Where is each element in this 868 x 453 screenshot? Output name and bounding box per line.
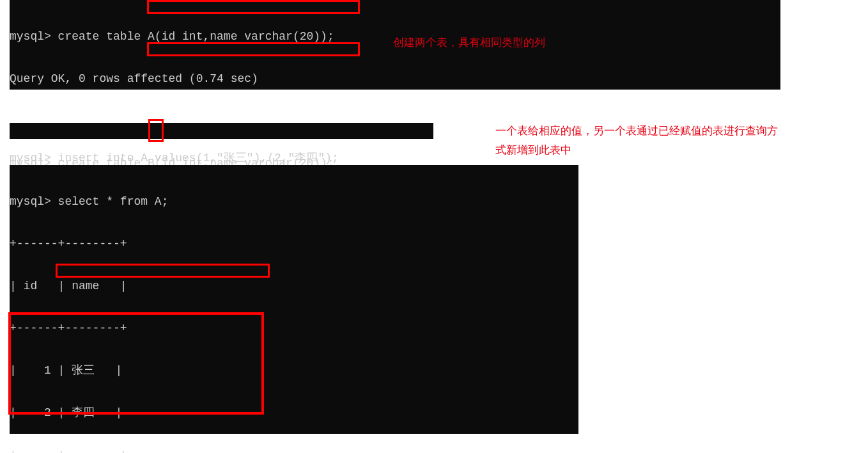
annotation-create-tables: 创建两个表，具有相同类型的列 [393, 33, 598, 52]
table-a-border-bot: +------+--------+ [10, 448, 578, 453]
insert-a-letter: A [141, 152, 148, 164]
highlight-box-create-a [147, 0, 360, 14]
highlight-box-create-b [147, 42, 360, 56]
create-a-result: Query OK, 0 rows affected (0.74 sec) [10, 72, 780, 86]
table-a-border-top: +------+--------+ [10, 237, 578, 251]
terminal-block-select-insert: mysql> select * from A; +------+--------… [10, 165, 578, 434]
highlight-box-insert-b [56, 264, 270, 278]
terminal-block-insert-a: mysql> insert into A values(1,"张三"),(2,"… [10, 123, 433, 139]
create-a-prompt: mysql> create table [10, 30, 148, 43]
insert-a-prompt: mysql> insert into [10, 152, 141, 164]
terminal-block-create: mysql> create table A(id int,name varcha… [10, 0, 780, 90]
insert-a-rest: values(1,"张三"),(2,"李四"); [148, 152, 339, 164]
table-a-row-1: | 1 | 张三 | [10, 363, 578, 378]
create-a-stmt: A(id int,name varchar(20)); [148, 30, 334, 43]
annotation-insert-explain: 一个表给相应的值，另一个表通过已经赋值的表进行查询方式新增到此表中 [495, 122, 783, 160]
table-a-row-2: | 2 | 李四 | [10, 406, 578, 420]
table-a-border-mid: +------+--------+ [10, 321, 578, 335]
select-a-stmt: mysql> select * from A; [10, 195, 578, 209]
table-a-header: | id | name | [10, 279, 578, 293]
